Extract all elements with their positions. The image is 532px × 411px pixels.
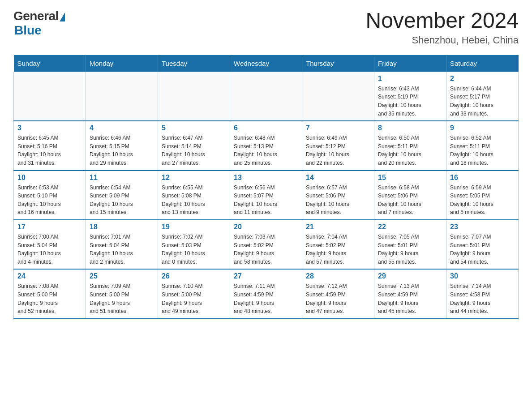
page-header: General Blue November 2024 Shenzhou, Heb… [13, 9, 519, 46]
calendar-body: 1Sunrise: 6:43 AM Sunset: 5:19 PM Daylig… [14, 72, 519, 319]
day-number: 25 [90, 272, 154, 280]
day-info: Sunrise: 7:00 AM Sunset: 5:04 PM Dayligh… [17, 233, 82, 266]
calendar-day-cell: 8Sunrise: 6:50 AM Sunset: 5:11 PM Daylig… [374, 121, 446, 170]
logo: General Blue [13, 9, 65, 38]
calendar-day-cell: 13Sunrise: 6:56 AM Sunset: 5:07 PM Dayli… [230, 171, 302, 220]
calendar-day-cell: 12Sunrise: 6:55 AM Sunset: 5:08 PM Dayli… [158, 171, 230, 220]
calendar-day-cell: 22Sunrise: 7:05 AM Sunset: 5:01 PM Dayli… [374, 220, 446, 269]
calendar-day-cell: 3Sunrise: 6:45 AM Sunset: 5:16 PM Daylig… [14, 121, 86, 170]
day-number: 13 [234, 174, 298, 182]
day-number: 19 [162, 223, 226, 231]
day-info: Sunrise: 6:45 AM Sunset: 5:16 PM Dayligh… [17, 134, 82, 167]
calendar-day-cell: 27Sunrise: 7:11 AM Sunset: 4:59 PM Dayli… [230, 269, 302, 318]
day-info: Sunrise: 6:54 AM Sunset: 5:09 PM Dayligh… [90, 184, 154, 217]
calendar-week-row: 17Sunrise: 7:00 AM Sunset: 5:04 PM Dayli… [14, 220, 519, 269]
calendar-day-cell: 26Sunrise: 7:10 AM Sunset: 5:00 PM Dayli… [158, 269, 230, 318]
day-info: Sunrise: 6:57 AM Sunset: 5:06 PM Dayligh… [306, 184, 370, 217]
calendar-day-cell: 18Sunrise: 7:01 AM Sunset: 5:04 PM Dayli… [86, 220, 158, 269]
calendar-day-cell: 19Sunrise: 7:02 AM Sunset: 5:03 PM Dayli… [158, 220, 230, 269]
day-info: Sunrise: 6:55 AM Sunset: 5:08 PM Dayligh… [162, 184, 226, 217]
calendar-day-cell [230, 72, 302, 121]
calendar-day-header: Friday [374, 55, 446, 72]
calendar-day-cell: 10Sunrise: 6:53 AM Sunset: 5:10 PM Dayli… [14, 171, 86, 220]
day-info: Sunrise: 7:05 AM Sunset: 5:01 PM Dayligh… [378, 233, 442, 266]
day-info: Sunrise: 6:53 AM Sunset: 5:10 PM Dayligh… [17, 184, 82, 217]
day-number: 2 [450, 75, 515, 83]
day-info: Sunrise: 6:44 AM Sunset: 5:17 PM Dayligh… [450, 85, 515, 118]
day-info: Sunrise: 7:01 AM Sunset: 5:04 PM Dayligh… [90, 233, 154, 266]
calendar-day-cell: 29Sunrise: 7:13 AM Sunset: 4:59 PM Dayli… [374, 269, 446, 318]
calendar-day-header: Saturday [446, 55, 519, 72]
day-number: 15 [378, 174, 442, 182]
day-info: Sunrise: 6:47 AM Sunset: 5:14 PM Dayligh… [162, 134, 226, 167]
calendar-day-cell [158, 72, 230, 121]
calendar-day-cell [14, 72, 86, 121]
day-number: 29 [378, 272, 442, 280]
day-info: Sunrise: 6:52 AM Sunset: 5:11 PM Dayligh… [450, 134, 515, 167]
day-number: 24 [17, 272, 82, 280]
day-number: 7 [306, 124, 370, 132]
calendar-day-cell [86, 72, 158, 121]
logo-blue-text: Blue [14, 23, 42, 38]
logo-general-text: General [13, 9, 59, 23]
calendar-day-cell: 16Sunrise: 6:59 AM Sunset: 5:05 PM Dayli… [446, 171, 519, 220]
calendar-day-cell: 17Sunrise: 7:00 AM Sunset: 5:04 PM Dayli… [14, 220, 86, 269]
day-info: Sunrise: 6:48 AM Sunset: 5:13 PM Dayligh… [234, 134, 298, 167]
calendar-day-cell: 5Sunrise: 6:47 AM Sunset: 5:14 PM Daylig… [158, 121, 230, 170]
day-info: Sunrise: 6:56 AM Sunset: 5:07 PM Dayligh… [234, 184, 298, 217]
calendar-table: SundayMondayTuesdayWednesdayThursdayFrid… [13, 55, 519, 319]
day-info: Sunrise: 6:49 AM Sunset: 5:12 PM Dayligh… [306, 134, 370, 167]
calendar-header-row: SundayMondayTuesdayWednesdayThursdayFrid… [14, 55, 519, 72]
day-info: Sunrise: 7:09 AM Sunset: 5:00 PM Dayligh… [90, 282, 154, 315]
calendar-day-cell: 2Sunrise: 6:44 AM Sunset: 5:17 PM Daylig… [446, 72, 519, 121]
calendar-day-cell: 15Sunrise: 6:58 AM Sunset: 5:06 PM Dayli… [374, 171, 446, 220]
calendar-day-header: Monday [86, 55, 158, 72]
calendar-day-cell: 28Sunrise: 7:12 AM Sunset: 4:59 PM Dayli… [302, 269, 374, 318]
calendar-day-header: Sunday [14, 55, 86, 72]
day-number: 30 [450, 272, 515, 280]
day-number: 4 [90, 124, 154, 132]
day-info: Sunrise: 7:14 AM Sunset: 4:58 PM Dayligh… [450, 282, 515, 315]
day-info: Sunrise: 7:07 AM Sunset: 5:01 PM Dayligh… [450, 233, 515, 266]
day-number: 20 [234, 223, 298, 231]
calendar-day-header: Thursday [302, 55, 374, 72]
day-info: Sunrise: 6:50 AM Sunset: 5:11 PM Dayligh… [378, 134, 442, 167]
day-number: 9 [450, 124, 515, 132]
day-number: 27 [234, 272, 298, 280]
location-subtitle: Shenzhou, Hebei, China [365, 34, 519, 46]
calendar-day-cell: 20Sunrise: 7:03 AM Sunset: 5:02 PM Dayli… [230, 220, 302, 269]
calendar-day-cell [302, 72, 374, 121]
day-info: Sunrise: 7:13 AM Sunset: 4:59 PM Dayligh… [378, 282, 442, 315]
day-info: Sunrise: 6:43 AM Sunset: 5:19 PM Dayligh… [378, 85, 442, 118]
calendar-week-row: 1Sunrise: 6:43 AM Sunset: 5:19 PM Daylig… [14, 72, 519, 121]
day-number: 3 [17, 124, 82, 132]
day-number: 22 [378, 223, 442, 231]
day-info: Sunrise: 6:46 AM Sunset: 5:15 PM Dayligh… [90, 134, 154, 167]
calendar-day-cell: 21Sunrise: 7:04 AM Sunset: 5:02 PM Dayli… [302, 220, 374, 269]
calendar-week-row: 10Sunrise: 6:53 AM Sunset: 5:10 PM Dayli… [14, 171, 519, 220]
day-number: 26 [162, 272, 226, 280]
day-number: 1 [378, 75, 442, 83]
day-info: Sunrise: 7:12 AM Sunset: 4:59 PM Dayligh… [306, 282, 370, 315]
logo-triangle-icon [60, 13, 65, 21]
day-info: Sunrise: 7:11 AM Sunset: 4:59 PM Dayligh… [234, 282, 298, 315]
calendar-day-header: Tuesday [158, 55, 230, 72]
calendar-day-cell: 7Sunrise: 6:49 AM Sunset: 5:12 PM Daylig… [302, 121, 374, 170]
day-number: 18 [90, 223, 154, 231]
calendar-day-cell: 23Sunrise: 7:07 AM Sunset: 5:01 PM Dayli… [446, 220, 519, 269]
calendar-day-cell: 24Sunrise: 7:08 AM Sunset: 5:00 PM Dayli… [14, 269, 86, 318]
calendar-day-cell: 9Sunrise: 6:52 AM Sunset: 5:11 PM Daylig… [446, 121, 519, 170]
day-number: 12 [162, 174, 226, 182]
day-number: 16 [450, 174, 515, 182]
title-section: November 2024 Shenzhou, Hebei, China [365, 9, 519, 46]
calendar-day-cell: 30Sunrise: 7:14 AM Sunset: 4:58 PM Dayli… [446, 269, 519, 318]
day-number: 6 [234, 124, 298, 132]
calendar-week-row: 3Sunrise: 6:45 AM Sunset: 5:16 PM Daylig… [14, 121, 519, 170]
calendar-day-cell: 14Sunrise: 6:57 AM Sunset: 5:06 PM Dayli… [302, 171, 374, 220]
day-info: Sunrise: 7:03 AM Sunset: 5:02 PM Dayligh… [234, 233, 298, 266]
day-info: Sunrise: 7:10 AM Sunset: 5:00 PM Dayligh… [162, 282, 226, 315]
day-number: 11 [90, 174, 154, 182]
calendar-day-cell: 25Sunrise: 7:09 AM Sunset: 5:00 PM Dayli… [86, 269, 158, 318]
day-number: 10 [17, 174, 82, 182]
day-number: 21 [306, 223, 370, 231]
